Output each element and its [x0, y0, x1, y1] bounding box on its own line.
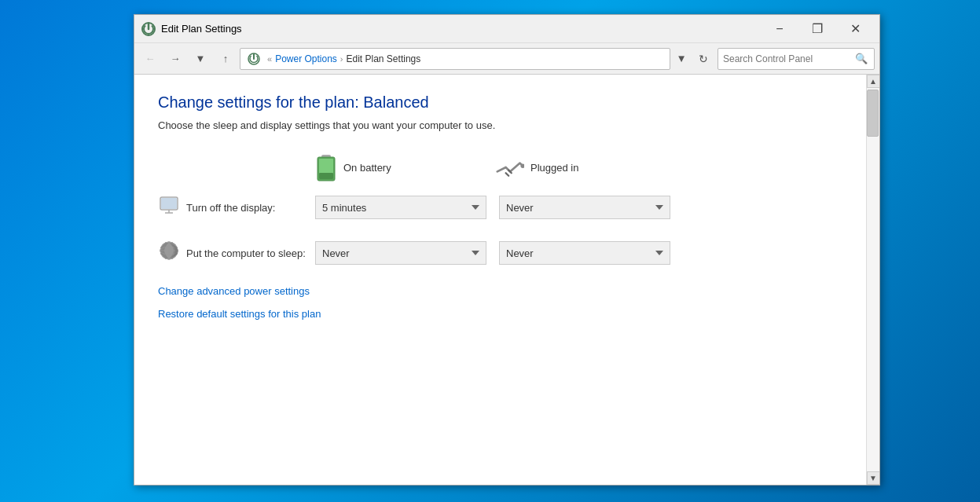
title-bar: Edit Plan Settings − ❐ ✕ — [134, 15, 879, 43]
display-battery-select[interactable]: 5 minutes 1 minute 2 minutes 3 minutes 1… — [315, 196, 486, 219]
recent-pages-button[interactable]: ▼ — [189, 48, 211, 70]
page-subtitle: Choose the sleep and display settings th… — [158, 119, 842, 131]
svg-rect-8 — [161, 198, 177, 209]
plugged-column-label: Plugged in — [530, 162, 578, 174]
display-label-area: Turn off the display: — [158, 194, 315, 221]
svg-rect-5 — [319, 173, 333, 179]
sleep-plugged-select[interactable]: Never 1 minute 2 minutes 5 minutes 10 mi… — [499, 241, 670, 265]
sleep-label: Put the computer to sleep: — [186, 247, 306, 259]
scrollbar: ▲ ▼ — [866, 75, 879, 485]
sleep-setting-row: Put the computer to sleep: Never 1 minut… — [158, 240, 842, 266]
refresh-button[interactable]: ↻ — [692, 48, 714, 70]
address-bar: ← → ▼ ↑ « Power Options › Edit Plan Sett… — [134, 43, 879, 75]
battery-column-header: On battery — [315, 153, 496, 181]
up-button[interactable]: ↑ — [215, 48, 237, 70]
sleep-dropdowns: Never 1 minute 2 minutes 5 minutes 10 mi… — [315, 241, 670, 265]
scroll-down-arrow[interactable]: ▼ — [867, 471, 880, 485]
content-area: Change settings for the plan: Balanced C… — [134, 75, 866, 485]
forward-button[interactable]: → — [164, 48, 186, 70]
scroll-track[interactable] — [867, 88, 880, 471]
display-plugged-select[interactable]: Never 1 minute 2 minutes 5 minutes 10 mi… — [499, 196, 670, 219]
display-setting-row: Turn off the display: 5 minutes 1 minute… — [158, 194, 842, 221]
breadcrumb-prefix: « — [267, 54, 272, 64]
sleep-battery-select[interactable]: Never 1 minute 2 minutes 5 minutes 10 mi… — [315, 241, 486, 265]
search-box[interactable]: 🔍 — [718, 48, 875, 70]
breadcrumb-link-power-options[interactable]: Power Options — [275, 53, 337, 64]
restore-defaults-link[interactable]: Restore default settings for this plan — [158, 308, 842, 320]
window-controls: − ❐ ✕ — [762, 17, 873, 41]
minimize-button[interactable]: − — [762, 17, 798, 41]
main-window: Edit Plan Settings − ❐ ✕ ← → ▼ ↑ « Power… — [134, 14, 880, 486]
content-wrapper: Change settings for the plan: Balanced C… — [134, 75, 879, 485]
restore-button[interactable]: ❐ — [799, 17, 835, 41]
display-dropdowns: 5 minutes 1 minute 2 minutes 3 minutes 1… — [315, 196, 670, 219]
links-area: Change advanced power settings Restore d… — [158, 285, 842, 320]
scroll-up-arrow[interactable]: ▲ — [867, 75, 880, 88]
breadcrumb-current: Edit Plan Settings — [347, 53, 421, 64]
battery-column-label: On battery — [343, 162, 391, 174]
display-label: Turn off the display: — [186, 202, 275, 214]
back-button[interactable]: ← — [139, 48, 161, 70]
window-icon — [141, 21, 156, 37]
sleep-icon — [158, 240, 180, 266]
scroll-thumb[interactable] — [867, 90, 879, 137]
display-icon — [158, 194, 180, 221]
close-button[interactable]: ✕ — [837, 17, 873, 41]
settings-header: On battery Plugged in — [315, 153, 842, 181]
address-path[interactable]: « Power Options › Edit Plan Settings — [240, 48, 670, 70]
sleep-label-area: Put the computer to sleep: — [158, 240, 315, 266]
window-title: Edit Plan Settings — [161, 23, 762, 35]
breadcrumb-arrow: › — [340, 54, 343, 64]
search-icon-button[interactable]: 🔍 — [853, 51, 869, 67]
plugged-column-header: Plugged in — [496, 153, 677, 181]
search-input[interactable] — [723, 53, 853, 64]
advanced-settings-link[interactable]: Change advanced power settings — [158, 285, 842, 297]
page-title: Change settings for the plan: Balanced — [158, 93, 842, 112]
address-dropdown-button[interactable]: ▼ — [674, 48, 689, 70]
